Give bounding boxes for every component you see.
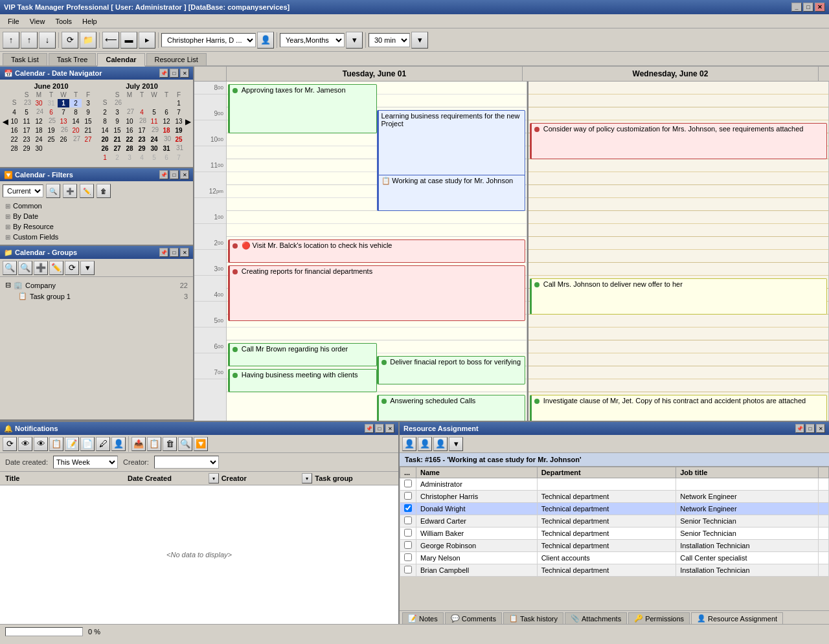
cal-day[interactable]: 3 <box>82 99 94 107</box>
menu-file[interactable]: File <box>3 16 25 27</box>
cal-day[interactable]: 27 <box>82 135 94 144</box>
tab-permissions[interactable]: 🔑 Permissions <box>628 612 690 624</box>
date-nav-close[interactable]: ✕ <box>180 69 189 78</box>
tab-notes[interactable]: 📝 Notes <box>402 612 444 624</box>
toolbar-btn-6[interactable]: ⟵ <box>102 32 119 49</box>
toolbar-btn-7[interactable]: ▬ <box>120 32 137 49</box>
cal-day[interactable]: 10 <box>124 117 135 126</box>
cal-day[interactable]: 17 <box>136 126 148 135</box>
menu-view[interactable]: View <box>25 16 51 27</box>
cal-day[interactable]: 20 <box>99 135 111 144</box>
cal-day[interactable]: 30 <box>33 144 45 153</box>
row-checkbox[interactable] <box>400 552 416 564</box>
cal-day[interactable]: 8 <box>99 117 111 126</box>
cal-day[interactable]: 29 <box>136 144 148 153</box>
toolbar-btn-3[interactable]: ↓ <box>39 32 56 49</box>
filters-pin[interactable]: 📌 <box>159 170 168 179</box>
resource-row[interactable]: Edward Carter Technical department Senio… <box>400 515 829 527</box>
event-call-brown[interactable]: Call Mr Brown regarding his order <box>228 343 377 366</box>
notif-btn-6[interactable]: 📄 <box>80 437 95 451</box>
tab-task-tree[interactable]: Task Tree <box>49 53 97 65</box>
cal-day[interactable]: 17 <box>21 126 32 135</box>
toolbar-resource-btn[interactable]: 👤 <box>257 32 274 49</box>
group-company[interactable]: ⊟ 🏢 Company 22 <box>3 280 190 291</box>
cal-day[interactable]: 15 <box>111 126 123 135</box>
resource-row[interactable]: Brian Campbell Technical department Inst… <box>400 564 829 577</box>
event-approving-taxes[interactable]: Approving taxes for Mr. Jameson <box>228 84 377 133</box>
resource-dropdown[interactable]: Christopher Harris, D ... <box>161 33 256 47</box>
cal-day[interactable]: 3 <box>124 153 135 162</box>
groups-btn-5[interactable]: ▾ <box>80 261 95 275</box>
cal-day[interactable]: 23 <box>21 135 32 144</box>
cal-day[interactable]: 8 <box>70 108 82 117</box>
interval-dropdown-btn[interactable]: ▾ <box>411 32 428 49</box>
cal-day[interactable]: 28 <box>124 144 135 153</box>
sort-creator-btn[interactable]: ▾ <box>302 473 312 483</box>
cal-day[interactable]: 26 <box>99 144 111 153</box>
cal-day[interactable]: 13 <box>58 117 69 126</box>
cal-day[interactable]: 28 <box>8 144 20 153</box>
cal-day[interactable]: 4 <box>136 153 148 162</box>
menu-tools[interactable]: Tools <box>50 16 77 27</box>
tab-comments[interactable]: 💬 Comments <box>445 612 502 624</box>
event-business-meeting[interactable]: Having business meeting with clients <box>228 369 377 392</box>
filter-btn-4[interactable]: 🗑 <box>97 184 111 198</box>
cal-day[interactable]: 9 <box>82 108 94 117</box>
cal-day[interactable]: 7 <box>173 153 185 162</box>
notif-restore[interactable]: □ <box>375 424 384 433</box>
cal-day[interactable]: 5 <box>148 108 160 117</box>
groups-btn-2[interactable]: 🔍 <box>18 261 32 275</box>
cal-day[interactable]: 13 <box>173 117 185 126</box>
cal-day[interactable]: 4 <box>136 108 148 117</box>
creator-dropdown[interactable] <box>154 456 219 469</box>
res-btn-4[interactable]: ▾ <box>449 437 463 451</box>
cal-day[interactable]: 18 <box>33 126 45 135</box>
event-case-study[interactable]: 📋 Working at case study for Mr. Johnson <box>377 175 526 211</box>
tab-resource-assignment[interactable]: 👤 Resource Assignment <box>691 612 783 624</box>
cal-day[interactable]: 24 <box>148 135 160 144</box>
groups-btn-4[interactable]: ✏️ <box>49 261 63 275</box>
date-created-dropdown[interactable]: This Week <box>53 456 118 469</box>
tab-task-list[interactable]: Task List <box>3 53 47 65</box>
event-visit-balck[interactable]: 🔴 Visit Mr. Balck's location to check hi… <box>228 239 525 263</box>
filter-btn-2[interactable]: ➕ <box>63 184 77 198</box>
cal-day[interactable]: 7 <box>58 108 69 117</box>
date-nav-restore[interactable]: □ <box>170 69 179 78</box>
cal-day[interactable]: 21 <box>82 126 94 135</box>
event-answering-calls[interactable]: Answering scheduled Calls <box>377 395 526 421</box>
filter-by-date[interactable]: ⊞ By Date <box>3 211 190 221</box>
groups-pin[interactable]: 📌 <box>159 248 168 257</box>
cal-day[interactable]: 11 <box>148 117 160 126</box>
cal-day[interactable]: 15 <box>82 117 94 126</box>
notif-btn-10[interactable]: 📋 <box>147 437 161 451</box>
row-checkbox[interactable] <box>400 564 416 577</box>
cal-day[interactable]: 31 <box>45 99 57 107</box>
row-checkbox[interactable] <box>400 527 416 540</box>
toolbar-btn-5[interactable]: 📁 <box>80 32 97 49</box>
resource-pin[interactable]: 📌 <box>795 424 804 433</box>
notif-btn-8[interactable]: 👤 <box>111 437 126 451</box>
cal-day[interactable]: 1 <box>99 153 111 162</box>
groups-btn-3[interactable]: ➕ <box>34 261 48 275</box>
notif-pin[interactable]: 📌 <box>365 424 374 433</box>
cal-day[interactable]: 22 <box>124 135 135 144</box>
resource-row[interactable]: Mary Nelson Client accounts Call Center … <box>400 552 829 564</box>
cal-day[interactable]: 2 <box>99 108 111 117</box>
cal-day[interactable]: 1 <box>173 99 185 107</box>
row-checkbox[interactable] <box>400 540 416 552</box>
next-month-btn[interactable]: ▶ <box>185 118 190 126</box>
resource-row[interactable]: Christopher Harris Technical department … <box>400 491 829 503</box>
cal-day[interactable]: 19 <box>173 126 185 135</box>
notif-close[interactable]: ✕ <box>385 424 394 433</box>
event-creating-reports[interactable]: Creating reports for financial departmen… <box>228 265 525 321</box>
minimize-button[interactable]: _ <box>791 3 802 12</box>
cal-day[interactable]: 29 <box>21 144 32 153</box>
cal-day[interactable]: 5 <box>21 108 32 117</box>
view-mode-dropdown[interactable]: Years,Months <box>280 33 345 47</box>
cal-day[interactable]: 11 <box>21 117 32 126</box>
cal-day[interactable]: 30 <box>148 144 160 153</box>
interval-dropdown[interactable]: 30 min <box>369 33 410 47</box>
res-btn-2[interactable]: 👤 <box>418 437 432 451</box>
sort-date-btn[interactable]: ▾ <box>209 473 219 483</box>
cal-day[interactable]: 21 <box>111 135 123 144</box>
